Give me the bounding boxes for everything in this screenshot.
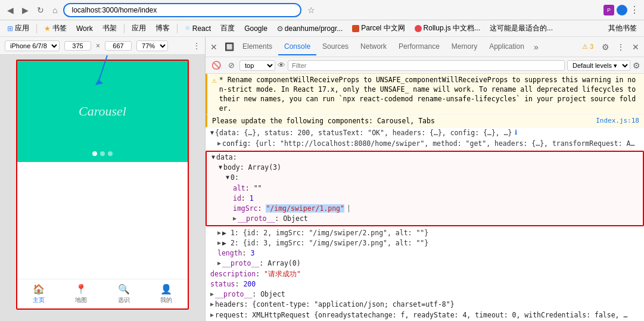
devtools-menu-icon[interactable]: ⋮ — [614, 40, 627, 54]
dot-2[interactable] — [100, 151, 105, 156]
request-text: request: XMLHttpRequest {onreadystatecha… — [215, 310, 627, 320]
tab-elements[interactable]: Elements — [237, 39, 278, 55]
tab-performance[interactable]: Performance — [393, 39, 446, 55]
eye-icon[interactable]: 👁 — [278, 61, 285, 70]
settings-icon[interactable]: ⚙ — [599, 40, 612, 54]
bookmark-app2[interactable]: 应用 — [129, 22, 148, 35]
clear-console-button[interactable]: 🚫 — [209, 60, 223, 71]
bookmark-more[interactable]: 其他书签 — [606, 22, 639, 35]
length-text: length: 3 — [217, 248, 254, 258]
imgsrc-line: imgSrc: "/img/swiper/1.png"| — [211, 204, 638, 214]
filter-input[interactable] — [288, 60, 565, 71]
item1-triangle[interactable]: ▶ — [217, 228, 221, 237]
tab-application[interactable]: Application — [483, 39, 530, 55]
bookmark-shelf[interactable]: 书架 — [100, 22, 119, 35]
device-select[interactable]: iPhone 6/7/8 — [5, 40, 60, 51]
more-tabs-icon[interactable]: » — [530, 40, 542, 54]
devtools-panel: ✕ 🔲 Elements Console Sources Network Per… — [206, 37, 644, 321]
console-filter-icon[interactable]: ⊘ — [226, 60, 237, 71]
item2-triangle[interactable]: ▶ — [217, 238, 221, 247]
headers-triangle[interactable]: ▶ — [210, 300, 214, 308]
item0-triangle[interactable]: ▼ — [226, 173, 229, 182]
height-input[interactable] — [105, 41, 132, 51]
console-settings-icon[interactable]: ⚙ — [633, 61, 640, 70]
apps-icon: ⊞ — [7, 24, 13, 33]
ext-icon-1[interactable]: P — [603, 5, 614, 15]
warning-badge[interactable]: ⚠ 3 — [578, 40, 597, 53]
bookmark-books-label: 书签 — [52, 23, 67, 33]
config-triangle[interactable]: ▶ — [217, 139, 221, 148]
bookmark-other[interactable]: 这可能是最适合的... — [487, 22, 555, 35]
body-triangle[interactable]: ▼ — [219, 163, 222, 172]
bookmark-star-icon: ☆ — [307, 5, 315, 15]
bookmark-work[interactable]: Work — [74, 23, 95, 34]
data-triangle[interactable]: ▼ — [211, 152, 215, 161]
proto1-triangle[interactable]: ▶ — [217, 258, 221, 267]
dot-1[interactable] — [92, 151, 97, 156]
devtools-close-x-icon[interactable]: ✕ — [630, 40, 642, 54]
more-options-icon[interactable]: ⋮ — [193, 42, 200, 50]
bookmark-other-label: 这可能是最适合的... — [490, 23, 553, 33]
bookmark-github[interactable]: ⊙ deanhume/progr... — [275, 23, 345, 34]
item2-text: ▶ 2: {id: 3, imgSrc: "/img/swiper/3.png"… — [222, 238, 428, 248]
carousel-label: Carousel — [79, 104, 126, 119]
alt-line: alt: "" — [211, 183, 638, 194]
width-input[interactable] — [64, 41, 91, 51]
proto2-triangle[interactable]: ▶ — [210, 289, 214, 298]
refresh-button[interactable]: ↻ — [35, 4, 46, 16]
nav-home[interactable]: 🏠 主页 — [17, 279, 60, 308]
devtools-inspect-button[interactable]: 🔲 — [222, 41, 237, 52]
work-label: Work — [76, 24, 93, 33]
item2-line: ▶ ▶ 2: {id: 3, imgSrc: "/img/swiper/3.pn… — [210, 238, 639, 248]
bookmark-parcel[interactable]: Parcel 中文网 — [350, 22, 407, 35]
home-icon: 🏠 — [33, 283, 45, 295]
forward-button[interactable]: ▶ — [20, 4, 31, 16]
profile-icon[interactable]: 👤 — [617, 5, 627, 15]
phone-content — [17, 162, 188, 279]
separator-2 — [124, 24, 125, 33]
alt-key: alt: "" — [233, 183, 262, 194]
tab-sources[interactable]: Sources — [316, 39, 354, 55]
main-area: iPhone 6/7/8 × 77% ⋮ Car — [0, 37, 644, 321]
request-triangle[interactable]: ▶ — [210, 310, 214, 319]
bookmark-apps[interactable]: ⊞ 应用 — [5, 22, 32, 35]
preview-area: Carousel 🏠 主页 📍 — [0, 55, 205, 321]
text-cursor: | — [347, 204, 351, 213]
rest-of-object: ▶ ▶ 1: {id: 2, imgSrc: "/img/swiper/2.pn… — [206, 227, 644, 321]
menu-icon[interactable]: ⋮ — [630, 4, 639, 15]
nav-map[interactable]: 📍 地图 — [60, 279, 103, 308]
warning-text-1: * Rename componentWillReceiveProps to UN… — [219, 75, 639, 113]
devtools-actions: ⚠ 3 ⚙ ⋮ ✕ — [578, 40, 642, 54]
dot-3[interactable] — [108, 151, 113, 156]
carousel-dots — [92, 151, 113, 156]
home-button[interactable]: ⌂ — [50, 4, 60, 16]
devtools-close-button[interactable]: ✕ — [208, 41, 220, 53]
map-icon: 📍 — [75, 283, 87, 295]
back-button[interactable]: ◀ — [5, 4, 16, 16]
proto0-triangle[interactable]: ▶ — [233, 214, 237, 223]
bookmark-react[interactable]: ⚛ React — [182, 23, 213, 34]
bookmark-books[interactable]: ★ 书签 — [42, 22, 69, 35]
react-icon: ⚛ — [185, 24, 191, 32]
tab-memory[interactable]: Memory — [446, 39, 483, 55]
tab-network[interactable]: Network — [354, 39, 393, 55]
bookmark-rollup[interactable]: Rollup.js 中文档... — [412, 22, 483, 35]
object-output: ▼ {data: {…}, status: 200, statusText: "… — [206, 127, 644, 149]
warning-message-1: ⚠ * Rename componentWillReceiveProps to … — [206, 74, 644, 115]
expand-obj-triangle[interactable]: ▼ — [210, 128, 214, 137]
url-bar[interactable] — [63, 3, 301, 17]
zoom-select[interactable]: 77% — [136, 40, 168, 51]
tab-console[interactable]: Console — [278, 39, 316, 55]
nav-discover[interactable]: 🔍 选识 — [102, 279, 145, 308]
level-select[interactable]: Default levels ▾ — [567, 60, 630, 71]
context-select[interactable]: top — [239, 60, 275, 71]
bookmark-google[interactable]: Google — [242, 23, 270, 34]
bookmark-apps-label: 应用 — [15, 23, 29, 33]
bookmark-blog[interactable]: 博客 — [153, 22, 172, 35]
nav-profile[interactable]: 👤 我的 — [145, 279, 188, 308]
item1-text: ▶ 1: {id: 2, imgSrc: "/img/swiper/2.png"… — [222, 228, 428, 238]
bookmark-baidu[interactable]: 百度 — [218, 22, 237, 35]
data-section: ▼ data: ▼ body: Array(3) ▼ 0: alt: "" — [207, 152, 643, 225]
obj-summary-line: ▼ {data: {…}, status: 200, statusText: "… — [210, 128, 639, 138]
proto1-text: __proto__: Array(0) — [222, 258, 301, 269]
